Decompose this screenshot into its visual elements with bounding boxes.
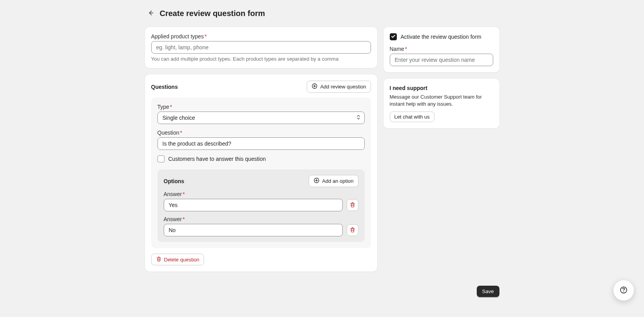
add-option-button[interactable]: Add an option: [309, 175, 358, 187]
name-input[interactable]: [390, 54, 493, 66]
arrow-left-icon: [147, 9, 154, 18]
plus-circle-icon: [313, 177, 320, 185]
answer-row: Answer*: [164, 191, 358, 211]
type-select[interactable]: Single choice: [157, 112, 365, 124]
product-types-label: Applied product types*: [151, 33, 371, 40]
help-icon: [620, 286, 628, 295]
required-asterisk: *: [204, 33, 206, 40]
add-option-label: Add an option: [322, 178, 353, 184]
product-types-card: Applied product types* You can add multi…: [145, 27, 377, 68]
trash-icon: [349, 202, 356, 209]
delete-question-button[interactable]: Delete question: [151, 254, 204, 265]
svg-point-3: [623, 291, 624, 292]
support-heading: I need support: [390, 85, 493, 91]
delete-question-label: Delete question: [164, 257, 199, 263]
activate-checkbox[interactable]: [390, 33, 397, 40]
questions-heading: Questions: [151, 84, 178, 90]
answer-input[interactable]: [164, 199, 343, 211]
name-label: Name*: [390, 46, 493, 52]
add-review-question-label: Add review question: [320, 84, 366, 90]
answer-label: Answer*: [164, 191, 358, 197]
activate-label: Activate the review question form: [401, 34, 481, 40]
answer-input[interactable]: [164, 224, 343, 236]
page-title: Create review question form: [160, 9, 265, 18]
required-answer-label: Customers have to answer this question: [168, 156, 266, 162]
answer-label: Answer*: [164, 216, 358, 222]
question-label: Question*: [157, 130, 365, 136]
trash-icon: [156, 256, 162, 263]
back-button[interactable]: [145, 7, 157, 20]
product-types-help: You can add multiple product types. Each…: [151, 56, 371, 62]
help-fab[interactable]: [613, 280, 634, 301]
options-heading: Options: [164, 178, 185, 184]
questions-card: Questions Add review question Type*: [145, 74, 377, 272]
support-body: Message our Customer Support team for in…: [390, 94, 493, 108]
plus-circle-icon: [311, 83, 318, 90]
add-review-question-button[interactable]: Add review question: [307, 81, 371, 93]
product-types-input[interactable]: [151, 41, 371, 54]
trash-icon: [349, 227, 356, 234]
delete-answer-button[interactable]: [347, 199, 358, 211]
type-label: Type*: [157, 104, 365, 110]
answer-row: Answer*: [164, 216, 358, 236]
sidebar-activate-card: Activate the review question form Name*: [384, 27, 499, 72]
check-icon: [391, 34, 396, 40]
delete-answer-button[interactable]: [347, 224, 358, 236]
options-block: Options Add an option Answer*: [157, 169, 365, 242]
required-answer-checkbox[interactable]: [157, 155, 165, 162]
question-block: Type* Single choice: [151, 97, 371, 248]
sidebar-support-card: I need support Message our Customer Supp…: [384, 79, 499, 128]
save-button[interactable]: Save: [477, 286, 499, 297]
question-input[interactable]: [157, 137, 365, 150]
chat-with-us-button[interactable]: Let chat with us: [390, 112, 434, 122]
